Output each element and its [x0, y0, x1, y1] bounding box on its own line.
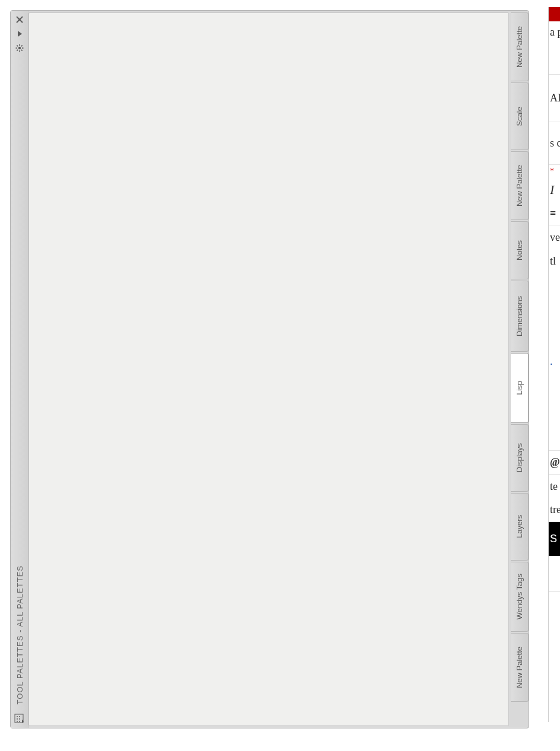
tab-label: New Palette: [515, 165, 524, 206]
palette-tab-new-palette[interactable]: New Palette: [511, 12, 529, 81]
bg-red-banner: [549, 7, 560, 21]
bg-text-fragment: s c: [549, 122, 560, 165]
palette-tab-notes[interactable]: Notes: [511, 221, 529, 279]
tab-label: New Palette: [515, 647, 524, 688]
svg-line-7: [21, 45, 22, 46]
palette-tab-layers[interactable]: Layers: [511, 493, 529, 561]
bg-text-fragment: a p: [549, 21, 560, 75]
tool-palettes-window[interactable]: TOOL PALETTES - ALL PALETTES New Palette…: [10, 10, 529, 728]
close-icon[interactable]: [14, 14, 25, 25]
bg-text-fragment: AD: [549, 75, 560, 122]
palette-grip-icon[interactable]: [14, 714, 25, 724]
palette-tab-dimensions[interactable]: Dimensions: [511, 281, 529, 352]
tab-label: Wendys Tags: [515, 574, 524, 620]
tab-label: Lisp: [515, 381, 524, 395]
palette-tab-strip: New PaletteScaleNew PaletteNotesDimensio…: [511, 11, 529, 728]
bg-text-fragment: tl: [549, 249, 560, 273]
tab-label: Notes: [515, 240, 524, 260]
svg-point-11: [19, 716, 20, 717]
background-page-fragment: a p AD s c * I ≡ ve tl . @ te tre S: [548, 7, 560, 722]
svg-point-12: [17, 718, 18, 720]
svg-line-6: [21, 50, 22, 51]
svg-point-15: [19, 721, 20, 722]
tab-label: Layers: [515, 515, 524, 538]
svg-line-8: [17, 50, 18, 51]
bg-italic-fragment: I: [549, 178, 560, 202]
palette-tab-wendys-tags[interactable]: Wendys Tags: [511, 562, 529, 632]
bg-required-star: *: [549, 165, 560, 178]
bg-text-fragment: ve: [549, 225, 560, 249]
properties-gear-icon[interactable]: [14, 43, 25, 53]
svg-point-13: [19, 718, 20, 720]
tab-label: New Palette: [515, 26, 524, 68]
palette-tab-new-palette[interactable]: New Palette: [511, 633, 529, 702]
bg-at-fragment: @: [549, 451, 560, 475]
svg-point-14: [17, 721, 18, 722]
svg-rect-9: [15, 714, 23, 723]
palette-content-area[interactable]: [28, 12, 509, 726]
bg-text-fragment: [549, 556, 560, 592]
svg-point-0: [18, 47, 20, 49]
tab-label: Displays: [515, 443, 524, 472]
bg-text-fragment: te: [549, 475, 560, 498]
svg-point-10: [17, 716, 18, 717]
autohide-icon[interactable]: [14, 28, 25, 39]
tab-label: Dimensions: [515, 296, 524, 336]
palette-title: TOOL PALETTES - ALL PALETTES: [15, 565, 24, 704]
bg-align-fragment: ≡: [549, 202, 560, 225]
palette-tab-lisp[interactable]: Lisp: [511, 353, 529, 423]
svg-line-5: [17, 45, 18, 46]
bg-dark-button-fragment: S: [549, 522, 560, 556]
tab-label: Scale: [515, 107, 524, 126]
palette-tab-scale[interactable]: Scale: [511, 82, 529, 150]
bg-text-fragment: tre: [549, 498, 560, 522]
palette-tab-displays[interactable]: Displays: [511, 424, 529, 492]
palette-titlebar[interactable]: TOOL PALETTES - ALL PALETTES: [11, 11, 28, 728]
bg-text-fragment: .: [549, 273, 560, 451]
palette-tab-new-palette[interactable]: New Palette: [511, 151, 529, 220]
